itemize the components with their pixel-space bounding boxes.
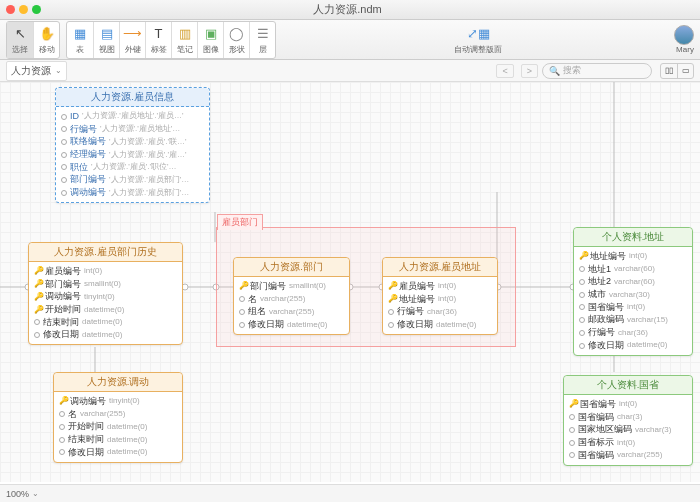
entity-title: 人力资源.部门 <box>234 258 349 277</box>
field-name: 职位 <box>70 162 88 174</box>
field-row: 开始时间datetime(0) <box>59 421 177 434</box>
nav-back[interactable]: < <box>496 64 513 78</box>
shape-icon: ◯ <box>228 25 246 43</box>
key-icon: 🔑 <box>579 251 587 261</box>
field-icon <box>34 332 40 338</box>
note-tool[interactable]: ▥笔记 <box>171 22 197 58</box>
search-input[interactable]: 🔍搜索 <box>542 63 652 79</box>
autoresize-tool[interactable]: ⤢▦自动调整版面 <box>450 22 506 58</box>
field-name: 调动编号 <box>70 396 106 408</box>
close-icon[interactable] <box>6 5 15 14</box>
field-type: varchar(255) <box>260 294 305 304</box>
field-type: datetime(0) <box>107 447 147 457</box>
breadcrumb[interactable]: 人力资源⌄ <box>6 61 67 81</box>
entity-shift[interactable]: 人力资源.调动 🔑调动编号tinyint(0)名varchar(255)开始时间… <box>53 372 183 463</box>
username: Mary <box>676 45 694 54</box>
field-type: '人力资源'.'雇员'.'职位'… <box>91 162 177 172</box>
field-name: 经理编号 <box>70 149 106 161</box>
diagram-canvas[interactable]: 人力资源.雇员信息 ID'人力资源'.'雇员地址'.'雇员…'行编号'人力资源'… <box>0 82 700 482</box>
field-name: 名 <box>248 294 257 306</box>
field-icon <box>388 322 394 328</box>
image-tool[interactable]: ▣图像 <box>197 22 223 58</box>
field-icon <box>239 309 245 315</box>
field-icon <box>569 427 575 433</box>
field-row: 🔑部门编号smallint(0) <box>34 278 177 291</box>
select-tool[interactable]: ↖选择 <box>7 22 33 58</box>
entity-dept-history[interactable]: 人力资源.雇员部门历史 🔑雇员编号int(0)🔑部门编号smallint(0)🔑… <box>28 242 183 345</box>
field-icon <box>579 343 585 349</box>
entity-title: 人力资源.雇员地址 <box>383 258 497 277</box>
field-icon <box>61 152 67 158</box>
entity-address[interactable]: 个人资料.地址 🔑地址编号int(0)地址1varchar(60)地址2varc… <box>573 227 693 356</box>
field-row: 🔑地址编号int(0) <box>579 250 687 263</box>
field-type: '人力资源'.'雇员'.'联…' <box>109 137 187 147</box>
field-name: 结束时间 <box>68 434 104 446</box>
hand-icon: ✋ <box>38 25 56 43</box>
field-icon <box>59 437 65 443</box>
field-type: int(0) <box>84 266 102 276</box>
field-name: 修改日期 <box>68 447 104 459</box>
field-row: 国省编码varchar(255) <box>569 449 687 462</box>
view-icon: ▤ <box>98 25 116 43</box>
field-type: varchar(255) <box>617 450 662 460</box>
field-row: ID'人力资源'.'雇员地址'.'雇员…' <box>61 110 204 123</box>
field-name: 部门编号 <box>70 174 106 186</box>
field-row: 城市varchar(30) <box>579 288 687 301</box>
key-icon: 🔑 <box>569 399 577 409</box>
nav-forward[interactable]: > <box>521 64 538 78</box>
layer-tool[interactable]: ☰层 <box>249 22 275 58</box>
text-icon: T <box>150 25 168 43</box>
field-row: 名varchar(255) <box>239 293 344 306</box>
fk-tool[interactable]: ⟶外键 <box>119 22 145 58</box>
list-view-icon[interactable]: ▭ <box>677 64 693 78</box>
grid-view-icon[interactable]: ▯▯ <box>661 64 677 78</box>
field-type: datetime(0) <box>436 320 476 330</box>
field-name: 国省编码 <box>578 412 614 424</box>
field-icon <box>579 266 585 272</box>
field-icon <box>239 296 245 302</box>
field-type: char(36) <box>427 307 457 317</box>
field-type: tinyint(0) <box>109 396 140 406</box>
zoom-icon[interactable] <box>32 5 41 14</box>
table-tool[interactable]: ▦表 <box>67 22 93 58</box>
field-row: 修改日期datetime(0) <box>239 318 344 331</box>
field-type: int(0) <box>627 302 645 312</box>
field-type: tinyint(0) <box>84 292 115 302</box>
table-icon: ▦ <box>71 25 89 43</box>
field-row: 🔑雇员编号int(0) <box>34 265 177 278</box>
fk-icon: ⟶ <box>124 25 142 43</box>
field-name: 开始时间 <box>45 304 81 316</box>
field-icon <box>61 114 67 120</box>
field-name: 行编号 <box>397 306 424 318</box>
minimize-icon[interactable] <box>19 5 28 14</box>
image-icon: ▣ <box>202 25 220 43</box>
entity-province[interactable]: 个人资料.国省 🔑国省编号int(0)国省编码char(3)国家地区编码varc… <box>563 375 693 466</box>
entity-employee-info[interactable]: 人力资源.雇员信息 ID'人力资源'.'雇员地址'.'雇员…'行编号'人力资源'… <box>55 87 210 203</box>
field-icon <box>569 440 575 446</box>
statusbar: 100% ⌄ <box>0 484 700 502</box>
label-tool[interactable]: T标签 <box>145 22 171 58</box>
field-icon <box>61 177 67 183</box>
field-name: 城市 <box>588 289 606 301</box>
field-name: 调动编号 <box>45 291 81 303</box>
field-row: 行编号char(36) <box>579 326 687 339</box>
zoom-level[interactable]: 100% <box>6 489 29 499</box>
field-row: 🔑国省编号int(0) <box>569 398 687 411</box>
field-row: 国省编号int(0) <box>579 301 687 314</box>
field-name: 雇员编号 <box>399 281 435 293</box>
shape-tool[interactable]: ◯形状 <box>223 22 249 58</box>
entity-title: 人力资源.雇员信息 <box>56 88 209 107</box>
view-toggle[interactable]: ▯▯▭ <box>660 63 694 79</box>
entity-dept[interactable]: 人力资源.部门 🔑部门编号smallint(0)名varchar(255)组名v… <box>233 257 350 335</box>
move-tool[interactable]: ✋移动 <box>33 22 59 58</box>
key-icon: 🔑 <box>34 279 42 289</box>
avatar[interactable] <box>674 25 694 45</box>
field-type: '人力资源'.'雇员地址'… <box>100 124 180 134</box>
field-name: 组名 <box>248 306 266 318</box>
key-icon: 🔑 <box>239 281 247 291</box>
entity-emp-address[interactable]: 人力资源.雇员地址 🔑雇员编号int(0)🔑地址编号int(0)行编号char(… <box>382 257 498 335</box>
view-tool[interactable]: ▤视图 <box>93 22 119 58</box>
field-row: 🔑雇员编号int(0) <box>388 280 492 293</box>
field-row: 国省编码char(3) <box>569 411 687 424</box>
field-type: varchar(60) <box>614 264 655 274</box>
